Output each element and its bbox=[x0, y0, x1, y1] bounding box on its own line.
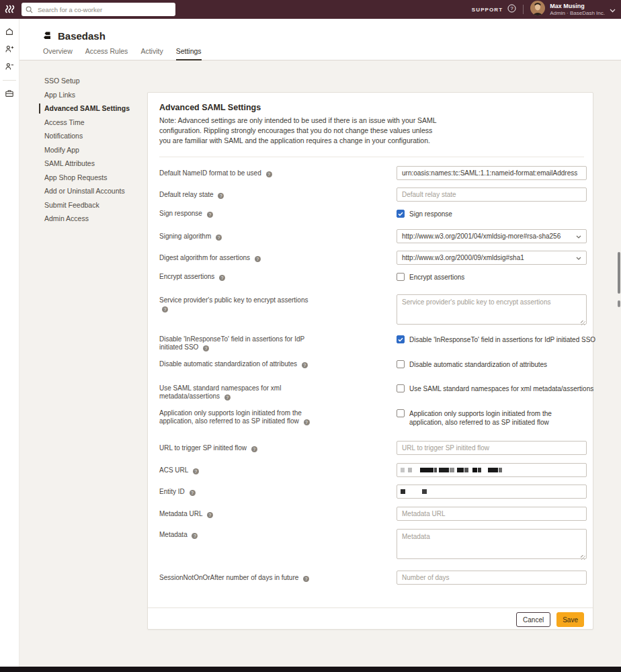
disable-standardization-checkbox[interactable] bbox=[397, 360, 405, 368]
entity-id-input-redacted[interactable] bbox=[397, 485, 587, 499]
topbar: SUPPORT ? Max Musing Admin · BaseDash In… bbox=[0, 0, 621, 19]
sign-response-checkbox-label[interactable]: Sign response bbox=[409, 210, 452, 219]
info-icon[interactable]: ? bbox=[219, 275, 225, 281]
sidebar-item-add-or-uninstall-accounts[interactable]: Add or Uninstall Accounts bbox=[44, 184, 145, 198]
remove-user-icon[interactable] bbox=[5, 62, 14, 71]
briefcase-icon[interactable] bbox=[5, 89, 14, 98]
tab-activity[interactable]: Activity bbox=[140, 47, 163, 60]
user-role: Admin · BaseDash Inc. bbox=[550, 10, 605, 17]
cancel-button[interactable]: Cancel bbox=[516, 612, 550, 627]
info-icon[interactable]: ? bbox=[207, 212, 213, 218]
sign-response-checkbox[interactable] bbox=[397, 210, 405, 218]
scrollbar-thumb-fragment[interactable] bbox=[618, 300, 620, 307]
tab-access-rules[interactable]: Access Rules bbox=[85, 47, 128, 60]
search-input[interactable] bbox=[36, 5, 171, 14]
disable-standardization-label: Disable automatic standardization of att… bbox=[159, 360, 315, 368]
info-icon[interactable]: ? bbox=[216, 235, 222, 241]
scrollbar-thumb[interactable] bbox=[618, 252, 620, 294]
tab-overview[interactable]: Overview bbox=[43, 47, 73, 60]
sidebar-item-access-time[interactable]: Access Time bbox=[44, 116, 145, 130]
redaction-block bbox=[401, 489, 405, 494]
info-icon[interactable]: ? bbox=[255, 256, 261, 262]
sidebar-item-advanced-saml-settings[interactable]: Advanced SAML Settings bbox=[44, 101, 145, 116]
panel-title: Advanced SAML Settings bbox=[159, 103, 261, 112]
info-icon[interactable]: ? bbox=[203, 345, 209, 351]
info-icon[interactable]: ? bbox=[224, 394, 231, 401]
metadata-textarea[interactable] bbox=[397, 529, 587, 559]
info-icon[interactable]: ? bbox=[162, 306, 168, 312]
signing-algorithm-select[interactable]: http://www.w3.org/2001/04/xmldsig-more#r… bbox=[397, 229, 587, 243]
user-name: Max Musing bbox=[550, 3, 605, 10]
encrypt-assertions-checkbox[interactable] bbox=[397, 273, 405, 281]
tab-settings[interactable]: Settings bbox=[176, 47, 202, 60]
redaction-block bbox=[488, 468, 498, 472]
sidebar-item-notifications[interactable]: Notifications bbox=[44, 129, 145, 143]
redaction-block bbox=[464, 468, 468, 472]
info-icon[interactable]: ? bbox=[304, 419, 310, 425]
info-icon[interactable]: ? bbox=[251, 446, 257, 452]
rail-divider bbox=[3, 80, 16, 81]
redaction-block bbox=[439, 468, 449, 472]
info-icon[interactable]: ? bbox=[266, 171, 272, 177]
disable-standardization-checkbox-label[interactable]: Disable automatic standardization of att… bbox=[409, 361, 547, 370]
redaction-block bbox=[420, 468, 433, 472]
nameid-format-label: Default NameID format to be used ? bbox=[159, 169, 315, 177]
encrypt-assertions-checkbox-label[interactable]: Encrypt assertions bbox=[409, 274, 464, 282]
sidebar-item-admin-access[interactable]: Admin Access bbox=[44, 212, 145, 226]
resize-handle[interactable] bbox=[581, 555, 585, 560]
user-menu[interactable]: Max Musing Admin · BaseDash Inc. bbox=[550, 3, 605, 17]
help-icon[interactable]: ? bbox=[507, 3, 516, 15]
avatar[interactable] bbox=[530, 1, 545, 18]
saml-namespaces-checkbox-label[interactable]: Use SAML standard namespaces for xml met… bbox=[409, 385, 593, 394]
content-area: SSO SetupApp LinksAdvanced SAML Settings… bbox=[19, 60, 621, 667]
chevron-down-icon[interactable] bbox=[610, 3, 616, 15]
relay-state-input[interactable] bbox=[397, 187, 587, 202]
redaction-block bbox=[422, 489, 427, 494]
advanced-saml-settings-panel: Advanced SAML Settings Note: Advanced se… bbox=[147, 92, 593, 630]
redaction-block bbox=[450, 468, 454, 472]
session-days-input[interactable] bbox=[397, 571, 587, 585]
disable-inresponseto-label: Disable 'InResponseTo' field in assertio… bbox=[159, 335, 315, 351]
disable-inresponseto-checkbox[interactable] bbox=[397, 335, 405, 343]
rippling-logo-icon[interactable] bbox=[5, 4, 15, 17]
session-days-label: SessionNotOnOrAfter number of days in fu… bbox=[159, 574, 315, 582]
info-icon[interactable]: ? bbox=[218, 193, 224, 199]
sidebar-item-saml-attributes[interactable]: SAML Attributes bbox=[44, 157, 145, 171]
sidebar-item-app-links[interactable]: App Links bbox=[44, 88, 145, 102]
info-icon[interactable]: ? bbox=[303, 576, 309, 582]
disable-inresponseto-checkbox-label[interactable]: Disable 'InResponseTo' field in assertio… bbox=[409, 336, 595, 345]
add-user-icon[interactable] bbox=[5, 44, 14, 54]
nameid-format-input[interactable] bbox=[397, 166, 587, 180]
redaction-block bbox=[499, 468, 502, 472]
saml-namespaces-checkbox[interactable] bbox=[397, 384, 405, 392]
info-icon[interactable]: ? bbox=[302, 362, 308, 368]
info-icon[interactable]: ? bbox=[193, 468, 199, 474]
sp-trigger-url-input[interactable] bbox=[397, 441, 587, 455]
saml-namespaces-label: Use SAML standard namespaces for xml met… bbox=[159, 384, 315, 401]
sidebar-item-app-shop-requests[interactable]: App Shop Requests bbox=[44, 171, 145, 185]
home-icon[interactable] bbox=[5, 27, 14, 36]
sp-public-key-textarea[interactable] bbox=[397, 294, 587, 325]
entity-id-label: Entity ID ? bbox=[159, 488, 315, 496]
digest-algorithm-select[interactable]: http://www.w3.org/2000/09/xmldsig#sha1 bbox=[397, 251, 587, 265]
page-title: Basedash bbox=[58, 30, 106, 42]
acs-url-input-redacted[interactable] bbox=[397, 463, 587, 477]
support-link[interactable]: SUPPORT bbox=[472, 7, 503, 13]
save-button[interactable]: Save bbox=[556, 612, 584, 627]
info-icon[interactable]: ? bbox=[207, 512, 213, 518]
info-icon[interactable]: ? bbox=[190, 490, 196, 496]
sp-initiated-only-checkbox[interactable] bbox=[397, 409, 405, 417]
sidebar-item-submit-feedback[interactable]: Submit Feedback bbox=[44, 198, 145, 212]
metadata-url-input[interactable] bbox=[397, 507, 587, 521]
panel-footer: Cancel Save bbox=[148, 607, 593, 630]
sidebar-item-sso-setup[interactable]: SSO Setup bbox=[44, 74, 145, 88]
app-window: SUPPORT ? Max Musing Admin · BaseDash In… bbox=[0, 0, 621, 672]
resize-handle[interactable] bbox=[581, 321, 585, 325]
redaction-block bbox=[457, 468, 464, 472]
sp-initiated-only-checkbox-label[interactable]: Application only supports login initiate… bbox=[409, 410, 587, 427]
info-icon[interactable]: ? bbox=[192, 533, 198, 539]
sp-public-key-label: Service provider's public key to encrypt… bbox=[159, 296, 315, 312]
sidebar-item-modify-app[interactable]: Modify App bbox=[44, 143, 145, 157]
signing-algorithm-selected-value: http://www.w3.org/2001/04/xmldsig-more#r… bbox=[402, 233, 561, 240]
redaction-block bbox=[434, 468, 437, 472]
